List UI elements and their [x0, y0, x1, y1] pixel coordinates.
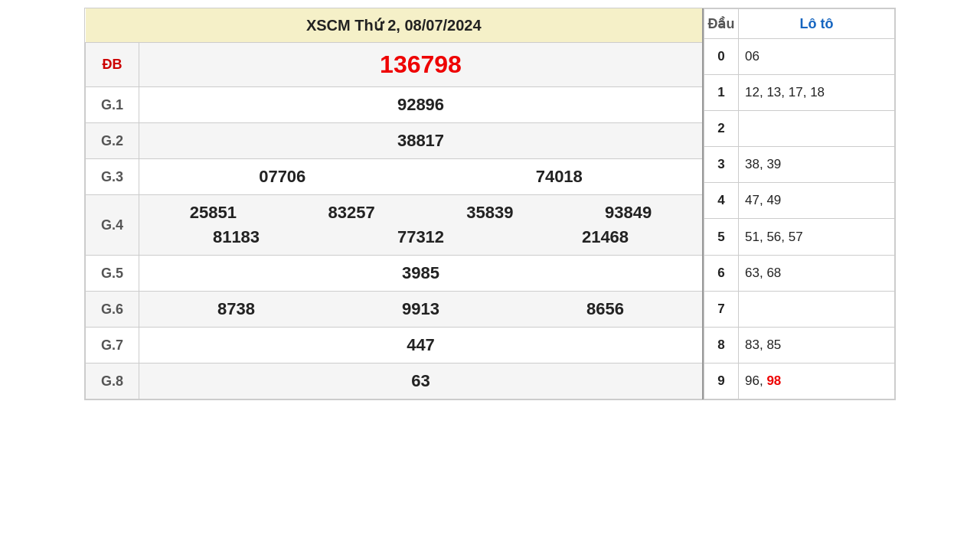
loto-number: 06: [745, 49, 760, 64]
loto-number: 85: [766, 337, 781, 352]
table-row: G.53985: [86, 256, 704, 292]
prize-number: 07706: [259, 167, 305, 187]
loto-numbers: 06: [739, 39, 895, 75]
loto-number: 13: [766, 85, 781, 99]
prize-label: G.8: [86, 364, 139, 399]
dau-value: 3: [704, 147, 739, 183]
dau-value: 9: [704, 363, 739, 399]
loto-row: 551, 56, 57: [704, 219, 895, 255]
loto-numbers: [739, 291, 895, 327]
loto-number: 18: [810, 85, 825, 99]
table-row: ĐB136798: [86, 43, 704, 87]
loto-number: 96: [745, 373, 760, 388]
prize-label: G.5: [86, 256, 139, 292]
dau-value: 2: [704, 111, 739, 147]
prize-label: G.4: [86, 195, 139, 256]
dau-value: 1: [704, 75, 739, 111]
loto-numbers: 63, 68: [739, 255, 895, 291]
prize-values: 92896: [139, 87, 704, 123]
table-row: G.425851832573583993849811837731221468: [86, 195, 704, 256]
results-table: XSCM Thứ 2, 08/07/2024 ĐB136798G.192896G…: [85, 8, 704, 399]
prize-values: 136798: [139, 43, 704, 87]
table-row: G.6873899138656: [86, 292, 704, 328]
prize-number: 25851: [190, 203, 237, 223]
dau-value: 5: [704, 219, 739, 255]
prize-number: 8738: [217, 299, 255, 319]
loto-numbers: 47, 49: [739, 183, 895, 219]
loto-number: 63: [745, 266, 760, 280]
prize-label: G.2: [86, 123, 139, 159]
prize-label: G.6: [86, 292, 139, 328]
loto-numbers: 83, 85: [739, 327, 895, 363]
prize-values: 447: [139, 328, 704, 364]
table-title: XSCM Thứ 2, 08/07/2024: [86, 8, 704, 43]
table-row: G.238817: [86, 123, 704, 159]
dau-value: 7: [704, 291, 739, 327]
prize-number: 35839: [466, 203, 513, 223]
prize-label: G.1: [86, 87, 139, 123]
prize-values: 873899138656: [139, 292, 704, 328]
loto-number: 17: [789, 85, 803, 99]
loto-numbers: [739, 111, 895, 147]
dau-value: 4: [704, 183, 739, 219]
loto-number: 83: [745, 337, 760, 352]
loto-header: Lô tô: [739, 9, 895, 39]
loto-numbers: 51, 56, 57: [739, 219, 895, 255]
prize-number: 21468: [582, 227, 629, 247]
loto-row: 338, 39: [704, 147, 895, 183]
loto-number: 68: [766, 266, 781, 280]
loto-numbers: 12, 13, 17, 18: [739, 75, 895, 111]
prize-values: 0770674018: [139, 159, 704, 195]
loto-number: 38: [745, 157, 760, 171]
loto-number-red: 98: [766, 373, 781, 388]
prize-values: 25851832573583993849811837731221468: [139, 195, 704, 256]
loto-row: 2: [704, 111, 895, 147]
prize-number: 74018: [536, 167, 583, 187]
prize-number: 8656: [586, 299, 624, 319]
loto-numbers: 96, 98: [739, 363, 895, 399]
dau-value: 6: [704, 255, 739, 291]
table-row: G.192896: [86, 87, 704, 123]
prize-number: 83257: [328, 203, 375, 223]
loto-number: 12: [745, 85, 760, 99]
main-container: XSCM Thứ 2, 08/07/2024 ĐB136798G.192896G…: [84, 8, 896, 400]
prize-number: 9913: [402, 299, 439, 319]
loto-row: 006: [704, 39, 895, 75]
loto-row: 7: [704, 291, 895, 327]
loto-row: 996, 98: [704, 363, 895, 399]
loto-number: 49: [766, 193, 781, 207]
prize-values: 38817: [139, 123, 704, 159]
table-row: G.30770674018: [86, 159, 704, 195]
prize-label: G.7: [86, 328, 139, 364]
loto-row: 883, 85: [704, 327, 895, 363]
loto-number: 51: [745, 230, 760, 244]
table-row: G.7447: [86, 328, 704, 364]
prize-values: 63: [139, 364, 704, 399]
loto-row: 447, 49: [704, 183, 895, 219]
loto-number: 39: [766, 157, 781, 171]
prize-number: 81183: [213, 227, 260, 247]
dau-value: 8: [704, 327, 739, 363]
loto-number: 56: [766, 230, 781, 244]
prize-label: G.3: [86, 159, 139, 195]
table-row: G.863: [86, 364, 704, 399]
prize-values: 3985: [139, 256, 704, 292]
loto-table: Đầu Lô tô 006112, 13, 17, 182338, 39447,…: [704, 8, 895, 399]
prize-label: ĐB: [86, 43, 139, 87]
dau-value: 0: [704, 39, 739, 75]
loto-row: 112, 13, 17, 18: [704, 75, 895, 111]
loto-row: 663, 68: [704, 255, 895, 291]
dau-header: Đầu: [704, 9, 739, 39]
prize-number: 93849: [605, 203, 652, 223]
loto-numbers: 38, 39: [739, 147, 895, 183]
prize-number: 77312: [397, 227, 444, 247]
loto-number: 47: [745, 193, 760, 207]
loto-number: 57: [789, 230, 803, 244]
